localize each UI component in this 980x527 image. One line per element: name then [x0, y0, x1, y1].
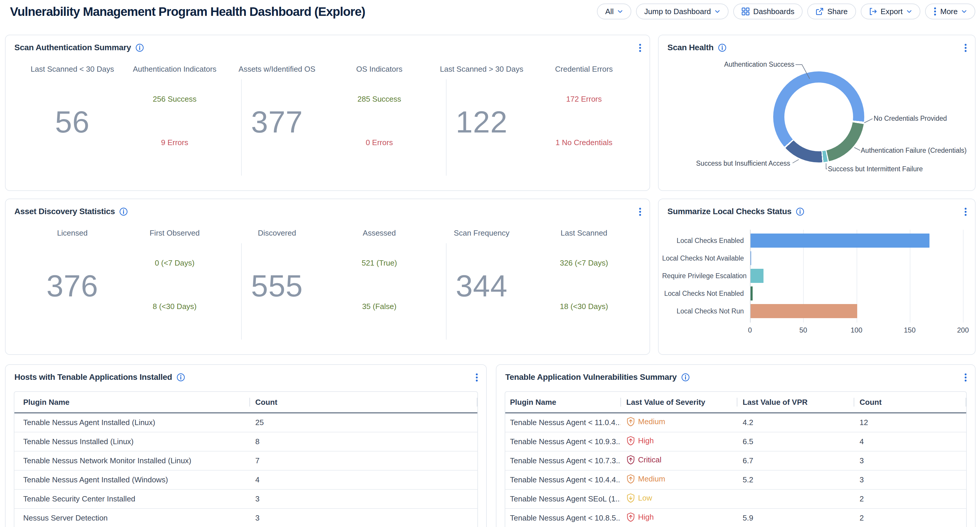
column-divider	[241, 243, 242, 339]
table-header-row: Plugin NameCount	[14, 392, 477, 413]
plugin-name-cell: Tenable Nessus Agent Installed (Linux)	[14, 418, 250, 427]
severity-shield-icon	[626, 474, 635, 484]
toolbar-button-export[interactable]: Export	[861, 3, 920, 19]
x-axis-tick-label: 0	[748, 326, 752, 334]
panel-scan-health: Scan Health Authentication SuccessNo Cre…	[658, 35, 975, 191]
panel-menu-kebab-icon[interactable]	[636, 42, 644, 54]
plugin-name-cell: Tenable Nessus Agent < 11.0.4...	[505, 418, 620, 427]
panel-title: Hosts with Tenable Applications Installe…	[14, 373, 172, 382]
count-cell: 3	[250, 513, 477, 522]
panel-menu-kebab-icon[interactable]	[473, 371, 480, 384]
toolbar-button-share[interactable]: Share	[807, 3, 856, 19]
kebab-icon	[933, 7, 937, 16]
stat-column-header: Last Scanned	[533, 229, 635, 238]
vpr-cell: 6.7	[737, 456, 854, 465]
stat-value-line: 326 (<7 Days)	[533, 258, 635, 267]
table-row[interactable]: Tenable Nessus Agent < 11.0.4...Medium4.…	[505, 413, 966, 432]
severity-cell: High	[620, 436, 737, 447]
column-header: Count	[250, 398, 477, 407]
severity-shield-icon	[626, 493, 635, 503]
stat-column-header: Scan Frequency	[430, 229, 533, 238]
stat-column-header: Last Scanned > 30 Days	[430, 65, 533, 74]
panel-summarize-local-checks-status: Summarize Local Checks Status Local Chec…	[658, 199, 975, 355]
bar-local-checks-not-enabled[interactable]	[751, 287, 752, 301]
column-header: Last Value of VPR	[737, 398, 854, 407]
bar-local-checks-not-run[interactable]	[751, 304, 857, 318]
stat-value-line: 1 No Credentials	[533, 138, 635, 147]
column-header: Count	[854, 398, 966, 407]
table-row[interactable]: Tenable Nessus Installed (Linux)8	[14, 432, 477, 452]
local-checks-bar-chart	[750, 230, 963, 323]
table-row[interactable]: Tenable Nessus Agent Installed (Linux)25	[14, 413, 477, 432]
severity-label: Medium	[638, 417, 665, 426]
x-axis-tick-label: 50	[799, 326, 807, 334]
toolbar-button-jump-to-dashboard[interactable]: Jump to Dashboard	[636, 3, 729, 19]
table-row[interactable]: Nessus Server Detection3	[14, 509, 477, 527]
severity-badge: Low	[626, 493, 652, 503]
panel-menu-kebab-icon[interactable]	[962, 371, 969, 384]
severity-cell: Critical	[620, 455, 737, 466]
panel-asset-discovery-statistics: Asset Discovery Statistics Licensed376Fi…	[5, 199, 650, 355]
severity-badge: Medium	[626, 417, 665, 426]
stat-column-header: Discovered	[226, 229, 328, 238]
severity-shield-icon	[626, 512, 635, 522]
toolbar-button-label: Jump to Dashboard	[644, 7, 711, 16]
panel-menu-kebab-icon[interactable]	[962, 205, 969, 218]
vpr-cell: 4.2	[737, 418, 854, 427]
vpr-cell: 5.2	[737, 475, 854, 484]
info-icon[interactable]	[135, 43, 144, 52]
count-cell: 3	[854, 456, 966, 465]
table-row[interactable]: Tenable Nessus Agent Installed (Windows)…	[14, 471, 477, 490]
info-icon[interactable]	[176, 373, 185, 382]
severity-shield-icon	[626, 455, 635, 465]
info-icon[interactable]	[795, 207, 805, 216]
count-cell: 3	[854, 475, 966, 484]
plugin-name-cell: Tenable Nessus Agent < 10.8.5...	[505, 513, 620, 522]
bar-category-label: Local Checks Not Enabled	[662, 290, 744, 298]
bar-require-privilege-escalation[interactable]	[751, 269, 764, 283]
stat-column: Last Scanned < 30 Days56	[21, 65, 123, 176]
donut-slice-label: No Credentials Provided	[873, 115, 947, 123]
column-divider	[241, 79, 242, 176]
panel-menu-kebab-icon[interactable]	[636, 205, 644, 218]
bar-local-checks-enabled[interactable]	[751, 234, 929, 248]
stat-big-number: 376	[21, 267, 123, 305]
panel-title: Summarize Local Checks Status	[667, 207, 791, 216]
stat-value-line: 285 Success	[328, 95, 430, 104]
stat-big-number: 56	[21, 103, 123, 141]
severity-badge: Medium	[626, 474, 665, 484]
count-cell: 3	[250, 494, 477, 503]
stat-value-line: 0 (<7 Days)	[123, 258, 226, 267]
x-axis-tick-label: 100	[850, 326, 862, 334]
info-icon[interactable]	[119, 207, 128, 216]
chevron-down-icon	[906, 9, 912, 14]
table-row[interactable]: Tenable Nessus Agent < 10.7.3...Critical…	[505, 452, 966, 471]
table-row[interactable]: Tenable Security Center Installed3	[14, 490, 477, 509]
stat-value-line: 18 (<30 Days)	[533, 302, 635, 311]
table-row[interactable]: Tenable Nessus Agent < 10.4.4...Medium5.…	[505, 471, 966, 490]
table-row[interactable]: Tenable Nessus Agent < 10.8.5...High5.92	[505, 509, 966, 527]
toolbar: AllJump to DashboardDashboardsShareExpor…	[597, 3, 975, 19]
x-axis-tick-label: 150	[904, 326, 916, 334]
toolbar-button-dashboards[interactable]: Dashboards	[733, 3, 803, 19]
scan-health-donut-chart[interactable]	[773, 72, 864, 162]
plugin-name-cell: Tenable Nessus Agent Installed (Windows)	[14, 475, 250, 484]
stat-column: Authentication Indicators256 Success9 Er…	[123, 65, 226, 176]
info-icon[interactable]	[718, 43, 727, 52]
column-header: Last Value of Severity	[620, 398, 737, 407]
table-row[interactable]: Tenable Nessus Agent SEoL (1...Low2	[505, 490, 966, 509]
info-icon[interactable]	[681, 373, 690, 382]
table-row[interactable]: Tenable Nessus Agent < 10.9.3...High6.54	[505, 432, 966, 452]
toolbar-button-more[interactable]: More	[925, 3, 975, 19]
stat-column-header: Authentication Indicators	[123, 65, 226, 74]
toolbar-button-all[interactable]: All	[597, 3, 631, 19]
table-row[interactable]: Tenable Nessus Network Monitor Installed…	[14, 452, 477, 471]
count-cell: 2	[854, 494, 966, 503]
page-title: Vulnerability Management Program Health …	[10, 5, 365, 19]
bar-local-checks-not-available[interactable]	[751, 251, 751, 265]
stat-column: First Observed0 (<7 Days)8 (<30 Days)	[123, 229, 226, 340]
vpr-cell: 6.5	[737, 437, 854, 446]
bar-category-label: Local Checks Not Available	[662, 255, 744, 262]
panel-menu-kebab-icon[interactable]	[962, 42, 969, 54]
table-header-row: Plugin NameLast Value of SeverityLast Va…	[505, 392, 966, 413]
